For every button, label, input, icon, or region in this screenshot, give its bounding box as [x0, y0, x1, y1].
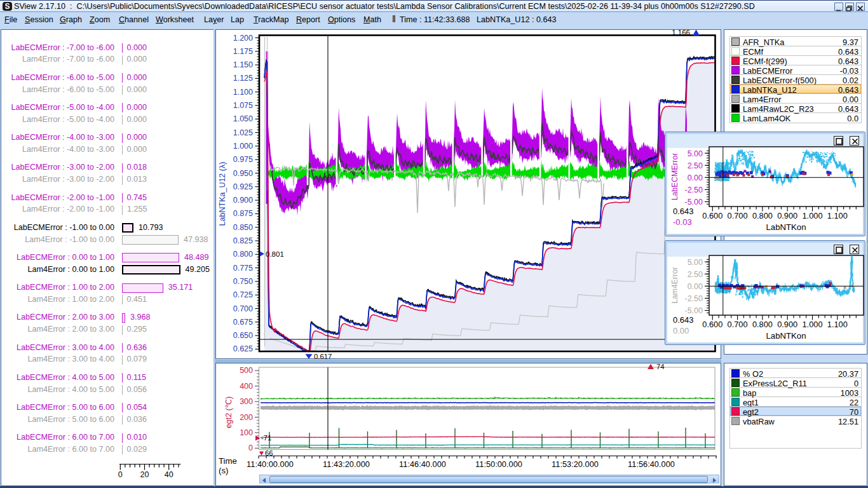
svg-text:11:46:40.000: 11:46:40.000 — [399, 459, 446, 469]
svg-text:2.50: 2.50 — [688, 270, 703, 279]
svg-text:0.801: 0.801 — [266, 250, 284, 258]
svg-text:2.50: 2.50 — [688, 161, 703, 170]
svg-text:11:43:20.000: 11:43:20.000 — [323, 459, 370, 469]
svg-text:11:50:00.000: 11:50:00.000 — [475, 459, 522, 469]
svg-text:5.00: 5.00 — [688, 258, 703, 267]
svg-text:0: 0 — [118, 470, 123, 479]
svg-text:0.700: 0.700 — [728, 211, 748, 220]
svg-text:1.050: 1.050 — [233, 114, 253, 123]
svg-text:0.643: 0.643 — [673, 315, 694, 325]
svg-text:0.725: 0.725 — [233, 290, 253, 299]
svg-text:0.900: 0.900 — [233, 196, 253, 205]
svg-text:0.825: 0.825 — [233, 236, 253, 245]
svg-text:66: 66 — [265, 449, 273, 457]
svg-text:Time: Time — [219, 456, 237, 466]
svg-text:0.675: 0.675 — [233, 318, 253, 327]
svg-text:egt2 (℃): egt2 (℃) — [224, 396, 233, 428]
svg-text:0.00: 0.00 — [688, 173, 703, 182]
svg-text:0.875: 0.875 — [233, 209, 253, 218]
svg-text:200: 200 — [240, 413, 253, 422]
svg-text:20: 20 — [140, 470, 149, 479]
svg-text:1.100: 1.100 — [233, 88, 253, 97]
svg-text:300: 300 — [240, 397, 253, 406]
svg-text:-5.00: -5.00 — [685, 306, 703, 315]
svg-text:0.800: 0.800 — [233, 250, 253, 259]
svg-text:-0.03: -0.03 — [673, 217, 692, 227]
svg-text:0.800: 0.800 — [752, 211, 773, 220]
svg-text:0.00: 0.00 — [688, 282, 703, 291]
svg-text:1.000: 1.000 — [802, 211, 822, 220]
svg-text:0.925: 0.925 — [233, 182, 253, 191]
svg-text:5.00: 5.00 — [688, 149, 703, 158]
svg-text:-2.50: -2.50 — [685, 294, 703, 303]
svg-text:0.700: 0.700 — [728, 320, 748, 329]
svg-text:-71: -71 — [261, 434, 271, 442]
svg-text:74: 74 — [656, 363, 665, 370]
svg-text:0.643: 0.643 — [673, 207, 694, 216]
svg-text:11:53:20.000: 11:53:20.000 — [552, 459, 599, 469]
svg-text:LabNTKa_U12 (λ): LabNTKa_U12 (λ) — [218, 162, 227, 226]
svg-text:(s): (s) — [219, 466, 228, 475]
svg-text:Lam4Error: Lam4Error — [670, 267, 679, 304]
svg-text:-2.50: -2.50 — [685, 186, 703, 194]
svg-text:400: 400 — [240, 382, 253, 391]
svg-text:1.100: 1.100 — [827, 320, 848, 329]
svg-text:0.950: 0.950 — [233, 169, 253, 178]
svg-text:0.00: 0.00 — [673, 326, 689, 336]
svg-text:0.600: 0.600 — [702, 320, 722, 329]
svg-text:11:56:40.000: 11:56:40.000 — [628, 459, 675, 469]
svg-text:0.975: 0.975 — [233, 155, 253, 164]
svg-text:11:40:00.000: 11:40:00.000 — [247, 459, 294, 469]
svg-text:0.650: 0.650 — [233, 331, 253, 340]
svg-text:100: 100 — [240, 428, 253, 437]
svg-text:-5.00: -5.00 — [685, 198, 703, 207]
svg-text:0.600: 0.600 — [702, 211, 722, 220]
svg-text:0.750: 0.750 — [233, 277, 253, 286]
svg-text:LabNTKon: LabNTKon — [766, 222, 806, 232]
svg-text:1.125: 1.125 — [233, 74, 253, 83]
svg-text:1.166: 1.166 — [672, 30, 690, 36]
svg-text:1.025: 1.025 — [233, 128, 253, 137]
svg-text:0.900: 0.900 — [777, 211, 797, 220]
svg-text:0.800: 0.800 — [752, 320, 773, 329]
svg-text:LabNTKon: LabNTKon — [766, 331, 806, 341]
svg-text:1.000: 1.000 — [802, 320, 822, 329]
svg-text:1.075: 1.075 — [233, 101, 253, 110]
svg-text:0.775: 0.775 — [233, 264, 253, 273]
svg-text:0: 0 — [248, 444, 253, 452]
svg-text:1.175: 1.175 — [233, 47, 253, 56]
svg-text:1.000: 1.000 — [233, 142, 253, 151]
svg-text:0.700: 0.700 — [233, 304, 253, 313]
svg-text:40: 40 — [165, 470, 173, 479]
svg-text:1.100: 1.100 — [827, 211, 848, 220]
svg-text:1.150: 1.150 — [233, 60, 253, 69]
svg-text:0.900: 0.900 — [777, 320, 797, 329]
svg-text:LabECMError: LabECMError — [670, 153, 679, 201]
svg-text:0.850: 0.850 — [233, 223, 253, 232]
svg-text:1.200: 1.200 — [233, 34, 253, 43]
svg-text:500: 500 — [240, 366, 253, 375]
svg-text:0.625: 0.625 — [233, 344, 253, 353]
svg-text:0.617: 0.617 — [314, 353, 332, 360]
